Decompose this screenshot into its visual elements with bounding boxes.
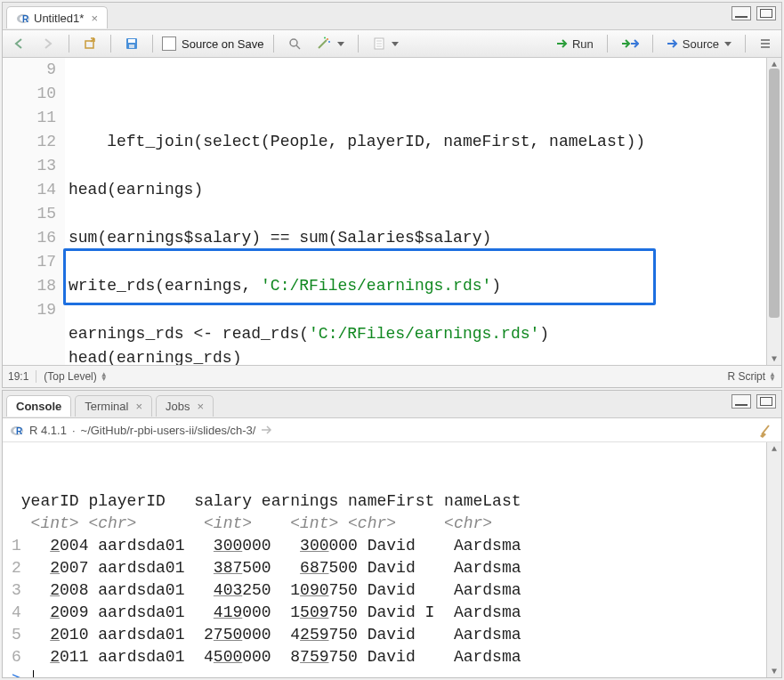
go-to-dir-icon[interactable] <box>261 425 273 435</box>
line-number: 11 <box>3 106 56 130</box>
editor-vertical-scrollbar[interactable]: ▲ ▼ <box>766 58 781 365</box>
outline-icon <box>759 37 772 50</box>
editor-status-bar: 19:1 (Top Level) ▲▼ R Script ▲▼ <box>3 365 781 387</box>
scroll-up-icon[interactable]: ▲ <box>767 442 781 455</box>
tab-console-label: Console <box>16 400 61 413</box>
code-line[interactable] <box>69 202 766 226</box>
close-icon[interactable]: × <box>197 400 204 413</box>
code-line[interactable]: left_join(select(People, playerID, nameF… <box>69 130 766 154</box>
code-line[interactable] <box>69 154 766 178</box>
code-line[interactable] <box>69 250 766 274</box>
broom-icon <box>758 422 774 438</box>
r-logo-icon: R <box>10 423 24 437</box>
arrow-left-icon <box>12 37 27 50</box>
pane-window-controls <box>731 394 776 409</box>
separator-dot: · <box>72 424 76 437</box>
line-number: 10 <box>3 82 56 106</box>
code-area[interactable]: left_join(select(People, playerID, nameF… <box>65 58 766 365</box>
code-editor[interactable]: 910111213141516171819 left_join(select(P… <box>3 58 781 365</box>
rerun-button[interactable] <box>617 35 643 53</box>
r-file-icon: R <box>16 11 30 25</box>
console-types-row: <int> <chr> <int> <int> <chr> <chr> <box>12 513 778 535</box>
editor-tab-bar: R Untitled1* × <box>3 3 781 30</box>
code-line[interactable]: head(earnings_rds) <box>69 346 766 365</box>
scroll-down-icon[interactable]: ▼ <box>767 352 781 365</box>
svg-rect-5 <box>128 39 135 43</box>
source-editor-pane: R Untitled1* × Source on Save <box>2 2 782 388</box>
editor-tab-untitled1[interactable]: R Untitled1* × <box>6 6 108 28</box>
line-number: 13 <box>3 154 56 178</box>
tab-terminal-label: Terminal <box>85 400 128 413</box>
popout-button[interactable] <box>78 34 101 53</box>
arrow-right-icon <box>41 37 55 50</box>
outline-button[interactable] <box>755 35 776 53</box>
console-data-row: 6 2011 aardsda01 4500000 8759750 David A… <box>12 646 778 668</box>
notebook-button[interactable] <box>368 34 403 53</box>
tab-console[interactable]: Console <box>6 395 71 417</box>
run-button[interactable]: Run <box>552 35 598 53</box>
console-data-row: 5 2010 aardsda01 2750000 4259750 David A… <box>12 624 778 646</box>
console-header-row: yearID playerID salary earnings nameFirs… <box>12 490 778 513</box>
scroll-down-icon[interactable]: ▼ <box>767 665 781 677</box>
working-directory[interactable]: ~/GitHub/r-pbi-users-ii/slides/ch-3/ <box>81 424 256 437</box>
scrollbar-thumb[interactable] <box>769 69 780 318</box>
code-line[interactable] <box>69 298 766 322</box>
chevron-down-icon <box>337 42 344 46</box>
code-line[interactable]: head(earnings) <box>69 178 766 202</box>
tab-jobs[interactable]: Jobs × <box>156 395 214 417</box>
svg-point-10 <box>327 38 328 40</box>
minimize-pane-icon[interactable] <box>731 6 751 20</box>
svg-point-7 <box>290 39 297 46</box>
editor-toolbar: Source on Save Run Source <box>3 30 781 58</box>
cursor-position: 19:1 <box>8 370 28 383</box>
notebook-icon <box>372 36 386 51</box>
source-on-save-checkbox[interactable] <box>162 36 176 51</box>
maximize-pane-icon[interactable] <box>756 394 776 409</box>
console-pane: Console Terminal × Jobs × R R 4.1.1 · ~/… <box>2 390 782 678</box>
svg-text:R: R <box>16 426 23 436</box>
console-data-row: 2 2007 aardsda01 387500 687500 David Aar… <box>12 557 778 579</box>
console-vertical-scrollbar[interactable]: ▲ ▼ <box>766 442 781 677</box>
maximize-pane-icon[interactable] <box>756 6 776 20</box>
console-data-row: 1 2004 aardsda01 300000 300000 David Aar… <box>12 535 778 557</box>
line-number: 17 <box>3 250 56 274</box>
code-line[interactable]: earnings_rds <- read_rds('C:/RFiles/earn… <box>69 322 766 346</box>
run-arrow-icon <box>556 38 569 49</box>
updown-icon: ▲▼ <box>769 372 776 381</box>
clear-console-button[interactable] <box>758 422 774 438</box>
chevron-down-icon <box>392 42 399 46</box>
svg-point-12 <box>324 37 326 39</box>
chevron-down-icon <box>724 42 731 46</box>
line-number: 16 <box>3 226 56 250</box>
tab-terminal[interactable]: Terminal × <box>75 395 152 417</box>
scope-selector[interactable]: (Top Level) ▲▼ <box>36 370 107 383</box>
wand-button[interactable] <box>311 34 349 53</box>
source-on-save-label: Source on Save <box>182 37 264 51</box>
close-icon[interactable]: × <box>135 400 142 413</box>
close-icon[interactable]: × <box>91 12 98 25</box>
floppy-disk-icon <box>125 36 139 51</box>
magnifier-icon <box>287 36 302 51</box>
svg-rect-3 <box>85 41 93 48</box>
forward-button[interactable] <box>36 35 60 53</box>
line-number: 19 <box>3 298 56 322</box>
svg-line-9 <box>319 40 327 48</box>
updown-icon: ▲▼ <box>101 372 108 381</box>
console-output[interactable]: yearID playerID salary earnings nameFirs… <box>3 442 781 677</box>
source-button[interactable]: Source <box>662 35 736 53</box>
svg-line-8 <box>296 45 300 49</box>
code-line[interactable]: sum(earnings$salary) == sum(Salaries$sal… <box>69 226 766 250</box>
minimize-pane-icon[interactable] <box>731 394 751 409</box>
source-arrow-icon <box>667 38 679 49</box>
popout-icon <box>83 36 97 51</box>
magic-wand-icon <box>316 36 332 51</box>
save-button[interactable] <box>120 34 143 53</box>
find-button[interactable] <box>283 34 306 53</box>
code-line[interactable]: write_rds(earnings, 'C:/RFiles/earnings.… <box>69 274 766 298</box>
console-info-bar: R R 4.1.1 · ~/GitHub/r-pbi-users-ii/slid… <box>3 418 781 442</box>
line-number: 14 <box>3 178 56 202</box>
console-tab-bar: Console Terminal × Jobs × <box>3 391 781 418</box>
console-data-row: 4 2009 aardsda01 419000 1509750 David I … <box>12 602 778 624</box>
back-button[interactable] <box>8 35 31 53</box>
console-prompt-line: > <box>12 668 778 677</box>
